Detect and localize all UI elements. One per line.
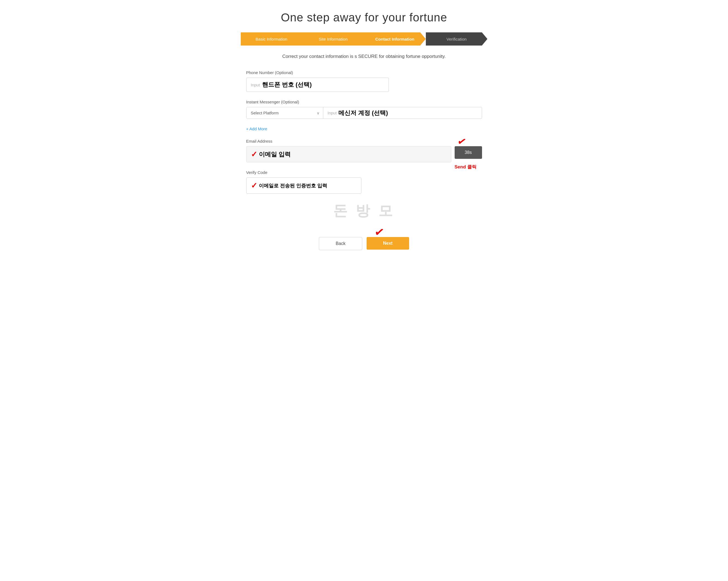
step-basic-information[interactable]: Basic Information [241,32,303,46]
verify-annotation: 이메일로 전송된 인증번호 입력 [259,182,327,189]
messenger-input-placeholder: Input [328,110,337,115]
stepper: Basic Information Site Information Conta… [241,32,488,46]
email-annotation: 이메일 입력 [259,150,291,158]
verify-input-inner: ✓ 이메일로 전송된 인증번호 입력 [246,177,361,194]
subtitle: Correct your contact information is s SE… [5,54,723,59]
email-row: ✓ 이메일 입력 ✓ 38s Send 클릭 [246,146,482,162]
next-button[interactable]: Next [367,237,409,250]
messenger-label: Instant Messenger (Optional) [246,100,482,104]
verify-label: Verify Code [246,170,482,175]
email-checkmark: ✓ [251,150,257,159]
messenger-input-area: Input 메신저 계정 (선택) [323,107,482,119]
email-input-wrap: ✓ 이메일 입력 [246,146,451,162]
phone-input-wrapper: Input 핸드폰 번호 (선택) [246,78,389,92]
add-more-button[interactable]: + Add More [246,126,267,131]
email-label: Email Address [246,139,482,144]
step-contact-information[interactable]: Contact Information [364,32,426,46]
phone-label: Phone Number (Optional) [246,70,482,75]
messenger-annotation: 메신저 계정 (선택) [338,109,388,117]
send-annotation: Send 클릭 [454,164,476,170]
email-input-inner: ✓ 이메일 입력 [246,146,451,162]
verify-checkmark: ✓ [251,181,257,190]
select-platform[interactable]: Select Platform [246,107,323,119]
bottom-buttons: Back ✓ Next [5,237,723,250]
step-site-information[interactable]: Site Information [303,32,364,46]
page-title: One step away for your fortune [5,11,723,24]
next-btn-wrap: ✓ Next [367,237,409,250]
select-platform-wrapper: Select Platform [246,107,323,119]
email-field-group: Email Address ✓ 이메일 입력 ✓ 38s Send 클릭 [246,139,482,162]
phone-input-placeholder: Input [251,82,260,87]
back-button[interactable]: Back [319,237,362,250]
step-verification[interactable]: Verification [426,32,488,46]
form-container: Phone Number (Optional) Input 핸드폰 번호 (선택… [238,70,490,194]
messenger-field-group: Instant Messenger (Optional) Select Plat… [246,100,482,119]
messenger-row: Select Platform Input 메신저 계정 (선택) [246,107,482,119]
watermark-area: 돈 방 모 [5,201,723,223]
watermark: 돈 방 모 [5,201,723,221]
send-btn-wrap: ✓ 38s Send 클릭 [454,146,482,162]
verify-field-group: Verify Code ✓ 이메일로 전송된 인증번호 입력 [246,170,482,194]
phone-annotation: 핸드폰 번호 (선택) [262,81,312,89]
phone-field-group: Phone Number (Optional) Input 핸드폰 번호 (선택… [246,70,482,92]
send-button[interactable]: 38s [454,146,482,159]
